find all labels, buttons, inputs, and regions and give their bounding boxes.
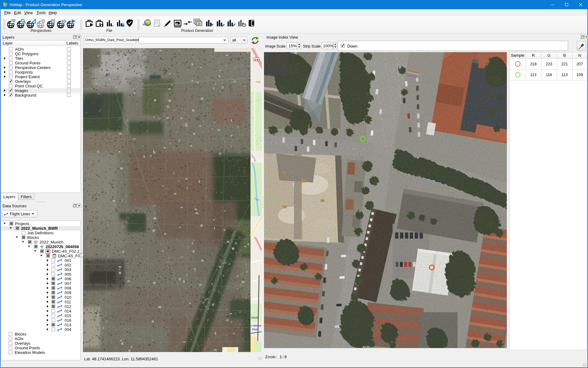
svg-text:3D: 3D xyxy=(61,19,66,24)
svg-text:A 9: A 9 xyxy=(254,58,258,61)
svg-text:oing: oing xyxy=(256,80,261,83)
svg-text:x-Weber: x-Weber xyxy=(251,324,262,327)
svg-text:neum: neum xyxy=(251,316,259,319)
